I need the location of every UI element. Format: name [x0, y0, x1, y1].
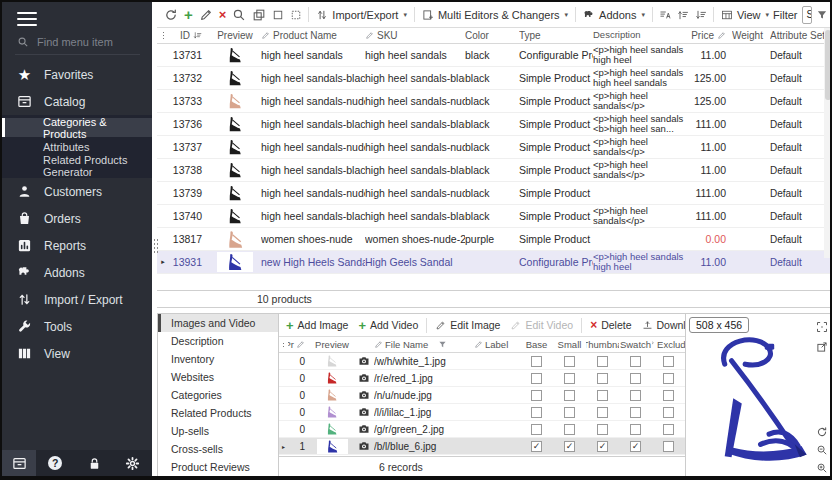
- base-checkbox[interactable]: ✓: [531, 441, 542, 452]
- copy-button[interactable]: [249, 8, 269, 22]
- sidebar-item-view[interactable]: View: [2, 340, 152, 367]
- sidebar-item-tools[interactable]: Tools: [2, 313, 152, 340]
- select-button[interactable]: [269, 9, 287, 21]
- exclude-checkbox[interactable]: [663, 424, 674, 435]
- zoom-in-button[interactable]: [816, 460, 828, 478]
- exclude-checkbox[interactable]: [663, 390, 674, 401]
- image-row[interactable]: 0/r/e/red_1.jpg: [279, 370, 685, 387]
- column-header-color[interactable]: Color: [465, 30, 519, 41]
- sidebar-item-reports[interactable]: Reports: [2, 232, 152, 259]
- column-header-preview[interactable]: Preview: [209, 30, 261, 41]
- table-row[interactable]: 13740high heel sandals-black-38high heel…: [157, 205, 832, 228]
- column-header-weight[interactable]: Weight: [732, 30, 770, 41]
- image-row[interactable]: 0/l/i/lilac_1.jpg: [279, 404, 685, 421]
- exclude-checkbox[interactable]: [663, 441, 674, 452]
- edit-image-button[interactable]: Edit Image: [430, 319, 505, 331]
- delete-image-button[interactable]: ×Delete: [585, 319, 636, 331]
- table-row[interactable]: 13736high heel sandals-black-36high heel…: [157, 113, 832, 136]
- open-external-button[interactable]: [816, 339, 828, 357]
- column-header-price[interactable]: Price: [688, 30, 732, 41]
- rotate-image-button[interactable]: [816, 424, 828, 442]
- base-checkbox[interactable]: [531, 373, 542, 384]
- settings-button[interactable]: [113, 456, 152, 471]
- table-row[interactable]: 13738high heel sandals-black-37high heel…: [157, 159, 832, 182]
- base-checkbox[interactable]: [531, 407, 542, 418]
- sidebar-item-import-export[interactable]: Import / Export: [2, 286, 152, 313]
- thumbnail-checkbox[interactable]: ✓: [597, 441, 608, 452]
- tab-related-products[interactable]: Related Products: [158, 404, 278, 422]
- expand-rows-button[interactable]: [674, 9, 692, 21]
- exclude-checkbox[interactable]: [663, 373, 674, 384]
- column-header-position[interactable]: Pr: [288, 339, 310, 350]
- filters-menu[interactable]: Filters▾: [812, 9, 832, 21]
- multi-editors-menu[interactable]: Multi Editors & Changers▾: [418, 9, 572, 21]
- tab-up-sells[interactable]: Up-sells: [158, 422, 278, 440]
- tab-description[interactable]: Description: [158, 332, 278, 350]
- column-header-id[interactable]: ID: [169, 30, 209, 41]
- delete-product-button[interactable]: ×: [216, 8, 230, 21]
- table-row[interactable]: ▸13931new High Heels SandalsHigh Geels S…: [157, 251, 832, 274]
- view-menu[interactable]: View▾: [717, 9, 773, 21]
- column-header-description[interactable]: Description: [593, 30, 688, 41]
- swatch-checkbox[interactable]: [630, 390, 641, 401]
- paste-special-button[interactable]: [287, 9, 305, 21]
- thumbnail-checkbox[interactable]: [597, 356, 608, 367]
- image-row[interactable]: 0/g/r/green_2.jpg: [279, 421, 685, 438]
- add-product-button[interactable]: +: [181, 7, 196, 22]
- column-header-attribute-set[interactable]: Attribute Set Name: [770, 30, 832, 41]
- exclude-checkbox[interactable]: [663, 356, 674, 367]
- fullscreen-button[interactable]: [816, 319, 828, 337]
- image-row[interactable]: 0/n/u/nude.jpg: [279, 387, 685, 404]
- tab-cross-sells[interactable]: Cross-sells: [158, 440, 278, 458]
- thumbnail-checkbox[interactable]: [597, 373, 608, 384]
- image-row[interactable]: ▸1/b/l/blue_6.jpg✓✓✓✓: [279, 438, 685, 455]
- base-checkbox[interactable]: [531, 424, 542, 435]
- column-header-sku[interactable]: SKU: [365, 30, 465, 41]
- column-header-small[interactable]: Small: [553, 339, 586, 350]
- table-row[interactable]: 13733high heel sandals-nudehigh heel san…: [157, 90, 832, 113]
- small-checkbox[interactable]: ✓: [564, 441, 575, 452]
- table-row[interactable]: 13732high heel sandals-blackhigh heel sa…: [157, 67, 832, 90]
- edit-video-button[interactable]: Edit Video: [505, 319, 578, 331]
- exclude-checkbox[interactable]: [663, 407, 674, 418]
- sidebar-item-favorites[interactable]: ★ Favorites: [2, 61, 152, 88]
- addons-menu[interactable]: Addons▾: [579, 9, 649, 21]
- table-row[interactable]: 13739high heel sandals-nude-37high heel …: [157, 182, 832, 205]
- collapse-rows-button[interactable]: [692, 9, 710, 21]
- small-checkbox[interactable]: [564, 373, 575, 384]
- swatch-checkbox[interactable]: [630, 424, 641, 435]
- search-button[interactable]: [229, 8, 249, 22]
- column-header-product-name[interactable]: Product Name: [261, 30, 365, 41]
- add-video-button[interactable]: +Add Video: [353, 319, 423, 332]
- store-button[interactable]: [2, 450, 36, 476]
- lock-button[interactable]: [75, 456, 114, 471]
- table-row[interactable]: 13737high heel sandals-nude-36high heel …: [157, 136, 832, 159]
- column-header-file-name[interactable]: File Name: [374, 339, 474, 350]
- thumbnail-checkbox[interactable]: [597, 390, 608, 401]
- add-image-button[interactable]: +Add Image: [281, 319, 353, 332]
- sidebar-item-orders[interactable]: Orders: [2, 205, 152, 232]
- table-row[interactable]: 13731high heel sandalshigh heel sandalsb…: [157, 44, 832, 67]
- column-header-label[interactable]: Label: [474, 339, 520, 350]
- tab-websites[interactable]: Websites: [158, 368, 278, 386]
- hamburger-menu-icon[interactable]: [17, 12, 37, 26]
- column-header-thumbnail[interactable]: Thumbna: [586, 339, 619, 350]
- column-header-image-preview[interactable]: Preview: [310, 339, 354, 350]
- menu-search-input[interactable]: [37, 36, 129, 48]
- column-header-exclude[interactable]: Exclude: [652, 339, 685, 350]
- zoom-out-button[interactable]: [816, 442, 828, 460]
- refresh-button[interactable]: [161, 8, 181, 22]
- sidebar-item-categories-products[interactable]: Categories & Products: [2, 118, 152, 137]
- base-checkbox[interactable]: [531, 390, 542, 401]
- swatch-checkbox[interactable]: ✓: [630, 441, 641, 452]
- table-row[interactable]: 13817women shoes-nudewomen shoes-nude-2p…: [157, 228, 832, 251]
- panel-splitter-handle[interactable]: [153, 238, 158, 254]
- small-checkbox[interactable]: [564, 390, 575, 401]
- sidebar-item-related-products-generator[interactable]: Related Products Generator: [2, 156, 152, 175]
- swatch-checkbox[interactable]: [630, 356, 641, 367]
- small-checkbox[interactable]: [564, 356, 575, 367]
- sidebar-item-catalog[interactable]: Catalog: [2, 88, 152, 115]
- image-row[interactable]: 0/w/h/white_1.jpg: [279, 353, 685, 370]
- thumbnail-checkbox[interactable]: [597, 407, 608, 418]
- column-header-base[interactable]: Base: [520, 339, 553, 350]
